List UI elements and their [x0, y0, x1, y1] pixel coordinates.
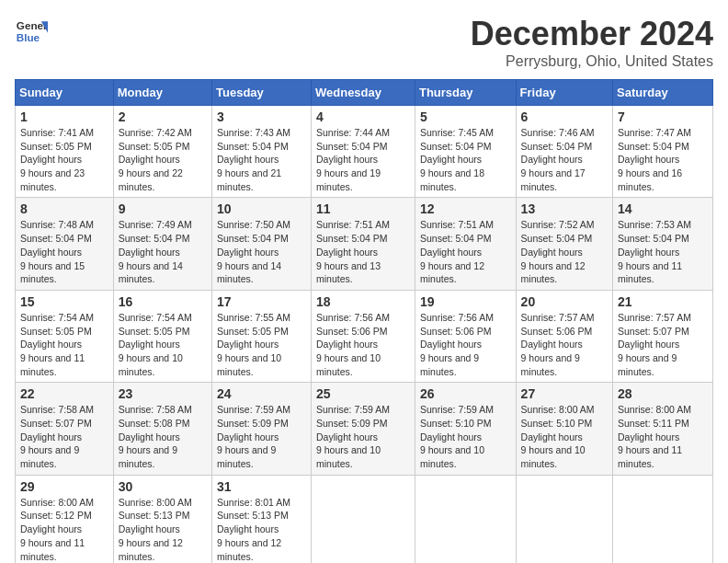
day-number: 3: [217, 109, 306, 124]
day-number: 24: [217, 386, 306, 401]
day-info: Sunrise: 7:43 AMSunset: 5:04 PMDaylight …: [217, 127, 290, 192]
calendar-week-1: 1 Sunrise: 7:41 AMSunset: 5:05 PMDayligh…: [16, 106, 713, 198]
calendar-cell: 23 Sunrise: 7:58 AMSunset: 5:08 PMDaylig…: [113, 383, 211, 475]
calendar-cell: [516, 475, 612, 563]
calendar-cell: 12 Sunrise: 7:51 AMSunset: 5:04 PMDaylig…: [415, 198, 516, 290]
weekday-header-monday: Monday: [113, 80, 211, 106]
day-number: 28: [618, 386, 708, 401]
svg-text:General: General: [17, 19, 48, 31]
day-info: Sunrise: 7:56 AMSunset: 5:06 PMDaylight …: [420, 312, 494, 377]
day-info: Sunrise: 7:45 AMSunset: 5:04 PMDaylight …: [420, 127, 494, 192]
day-info: Sunrise: 7:47 AMSunset: 5:04 PMDaylight …: [618, 127, 691, 192]
day-info: Sunrise: 7:51 AMSunset: 5:04 PMDaylight …: [316, 219, 390, 284]
day-number: 9: [119, 201, 207, 216]
day-info: Sunrise: 8:00 AMSunset: 5:13 PMDaylight …: [119, 497, 192, 562]
weekday-header-thursday: Thursday: [415, 80, 516, 106]
day-number: 1: [20, 109, 108, 124]
day-info: Sunrise: 7:54 AMSunset: 5:05 PMDaylight …: [119, 312, 192, 377]
page-header: General Blue December 2024 Perrysburg, O…: [15, 15, 713, 70]
calendar-cell: 22 Sunrise: 7:58 AMSunset: 5:07 PMDaylig…: [16, 383, 114, 475]
day-number: 11: [316, 201, 410, 216]
calendar-week-3: 15 Sunrise: 7:54 AMSunset: 5:05 PMDaylig…: [16, 290, 713, 382]
calendar-cell: 17 Sunrise: 7:55 AMSunset: 5:05 PMDaylig…: [212, 290, 312, 382]
calendar-cell: 25 Sunrise: 7:59 AMSunset: 5:09 PMDaylig…: [311, 383, 415, 475]
day-info: Sunrise: 7:54 AMSunset: 5:05 PMDaylight …: [20, 312, 94, 377]
calendar-cell: 18 Sunrise: 7:56 AMSunset: 5:06 PMDaylig…: [311, 290, 415, 382]
day-number: 27: [521, 386, 608, 401]
day-info: Sunrise: 8:00 AMSunset: 5:12 PMDaylight …: [20, 497, 94, 562]
day-number: 18: [316, 294, 410, 309]
weekday-header-row: SundayMondayTuesdayWednesdayThursdayFrid…: [16, 80, 713, 106]
day-info: Sunrise: 7:55 AMSunset: 5:05 PMDaylight …: [217, 312, 290, 377]
calendar-cell: 7 Sunrise: 7:47 AMSunset: 5:04 PMDayligh…: [613, 106, 713, 198]
day-info: Sunrise: 7:49 AMSunset: 5:04 PMDaylight …: [119, 219, 192, 284]
day-info: Sunrise: 7:42 AMSunset: 5:05 PMDaylight …: [119, 127, 192, 192]
day-number: 20: [521, 294, 608, 309]
day-info: Sunrise: 7:41 AMSunset: 5:05 PMDaylight …: [20, 127, 94, 192]
calendar-cell: 30 Sunrise: 8:00 AMSunset: 5:13 PMDaylig…: [113, 475, 211, 563]
day-number: 25: [316, 386, 410, 401]
day-number: 31: [217, 479, 306, 494]
day-info: Sunrise: 7:53 AMSunset: 5:04 PMDaylight …: [618, 219, 691, 284]
weekday-header-saturday: Saturday: [613, 80, 713, 106]
calendar-cell: 11 Sunrise: 7:51 AMSunset: 5:04 PMDaylig…: [311, 198, 415, 290]
day-number: 29: [20, 479, 108, 494]
month-title: December 2024: [471, 15, 713, 53]
day-info: Sunrise: 7:59 AMSunset: 5:10 PMDaylight …: [420, 404, 494, 469]
svg-text:Blue: Blue: [17, 31, 40, 43]
day-info: Sunrise: 7:57 AMSunset: 5:06 PMDaylight …: [521, 312, 595, 377]
day-info: Sunrise: 7:58 AMSunset: 5:08 PMDaylight …: [119, 404, 192, 469]
day-info: Sunrise: 7:56 AMSunset: 5:06 PMDaylight …: [316, 312, 390, 377]
calendar-cell: 13 Sunrise: 7:52 AMSunset: 5:04 PMDaylig…: [516, 198, 612, 290]
calendar-cell: 4 Sunrise: 7:44 AMSunset: 5:04 PMDayligh…: [311, 106, 415, 198]
day-number: 7: [618, 109, 708, 124]
calendar-cell: [613, 475, 713, 563]
day-info: Sunrise: 7:44 AMSunset: 5:04 PMDaylight …: [316, 127, 390, 192]
logo-icon: General Blue: [15, 15, 48, 48]
calendar-cell: 6 Sunrise: 7:46 AMSunset: 5:04 PMDayligh…: [516, 106, 612, 198]
calendar-cell: 8 Sunrise: 7:48 AMSunset: 5:04 PMDayligh…: [16, 198, 114, 290]
calendar-cell: 5 Sunrise: 7:45 AMSunset: 5:04 PMDayligh…: [415, 106, 516, 198]
day-number: 4: [316, 109, 410, 124]
calendar-cell: 2 Sunrise: 7:42 AMSunset: 5:05 PMDayligh…: [113, 106, 211, 198]
day-info: Sunrise: 7:48 AMSunset: 5:04 PMDaylight …: [20, 219, 94, 284]
calendar-week-5: 29 Sunrise: 8:00 AMSunset: 5:12 PMDaylig…: [16, 475, 713, 563]
calendar-cell: 21 Sunrise: 7:57 AMSunset: 5:07 PMDaylig…: [613, 290, 713, 382]
day-info: Sunrise: 8:01 AMSunset: 5:13 PMDaylight …: [217, 497, 290, 562]
day-number: 12: [420, 201, 511, 216]
calendar-table: SundayMondayTuesdayWednesdayThursdayFrid…: [15, 79, 713, 563]
calendar-cell: 16 Sunrise: 7:54 AMSunset: 5:05 PMDaylig…: [113, 290, 211, 382]
day-number: 15: [20, 294, 108, 309]
day-number: 8: [20, 201, 108, 216]
calendar-cell: 9 Sunrise: 7:49 AMSunset: 5:04 PMDayligh…: [113, 198, 211, 290]
day-info: Sunrise: 7:59 AMSunset: 5:09 PMDaylight …: [316, 404, 390, 469]
day-info: Sunrise: 7:50 AMSunset: 5:04 PMDaylight …: [217, 219, 290, 284]
title-block: December 2024 Perrysburg, Ohio, United S…: [471, 15, 713, 70]
weekday-header-friday: Friday: [516, 80, 612, 106]
day-number: 5: [420, 109, 511, 124]
day-number: 30: [119, 479, 207, 494]
calendar-cell: 15 Sunrise: 7:54 AMSunset: 5:05 PMDaylig…: [16, 290, 114, 382]
calendar-week-2: 8 Sunrise: 7:48 AMSunset: 5:04 PMDayligh…: [16, 198, 713, 290]
day-info: Sunrise: 8:00 AMSunset: 5:11 PMDaylight …: [618, 404, 691, 469]
day-info: Sunrise: 7:59 AMSunset: 5:09 PMDaylight …: [217, 404, 290, 469]
day-number: 17: [217, 294, 306, 309]
calendar-cell: 10 Sunrise: 7:50 AMSunset: 5:04 PMDaylig…: [212, 198, 312, 290]
day-info: Sunrise: 7:46 AMSunset: 5:04 PMDaylight …: [521, 127, 595, 192]
calendar-cell: 28 Sunrise: 8:00 AMSunset: 5:11 PMDaylig…: [613, 383, 713, 475]
day-number: 21: [618, 294, 708, 309]
day-info: Sunrise: 7:57 AMSunset: 5:07 PMDaylight …: [618, 312, 691, 377]
day-number: 6: [521, 109, 608, 124]
calendar-week-4: 22 Sunrise: 7:58 AMSunset: 5:07 PMDaylig…: [16, 383, 713, 475]
calendar-cell: 20 Sunrise: 7:57 AMSunset: 5:06 PMDaylig…: [516, 290, 612, 382]
weekday-header-wednesday: Wednesday: [311, 80, 415, 106]
weekday-header-sunday: Sunday: [16, 80, 114, 106]
day-number: 26: [420, 386, 511, 401]
day-info: Sunrise: 7:58 AMSunset: 5:07 PMDaylight …: [20, 404, 94, 469]
calendar-cell: 1 Sunrise: 7:41 AMSunset: 5:05 PMDayligh…: [16, 106, 114, 198]
calendar-cell: [311, 475, 415, 563]
day-info: Sunrise: 8:00 AMSunset: 5:10 PMDaylight …: [521, 404, 595, 469]
day-number: 22: [20, 386, 108, 401]
day-number: 13: [521, 201, 608, 216]
calendar-cell: 31 Sunrise: 8:01 AMSunset: 5:13 PMDaylig…: [212, 475, 312, 563]
